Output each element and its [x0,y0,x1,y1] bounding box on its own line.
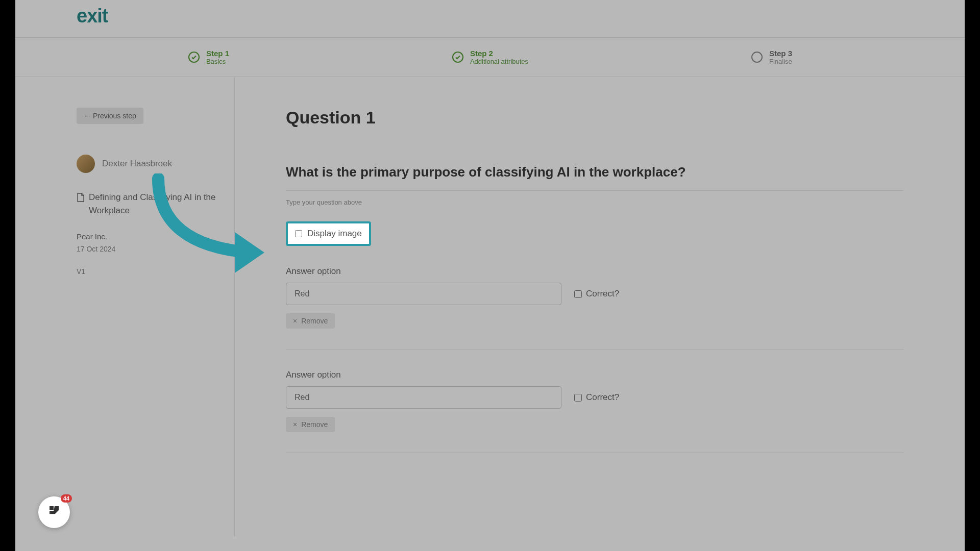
sidebar: ← Previous step Dexter Haasbroek Definin… [77,77,235,536]
close-icon: × [293,317,297,325]
answer-label: Answer option [286,266,903,277]
check-circle-icon [452,51,464,63]
display-image-toggle[interactable]: Display image [286,221,371,246]
doc-title-row: Defining and Classifying AI in the Workp… [77,191,234,217]
svg-point-2 [752,52,762,62]
display-image-label: Display image [307,229,362,239]
content: ← Previous step Dexter Haasbroek Definin… [15,77,965,536]
logo: exit [77,5,903,27]
step-sub: Finalise [769,58,792,65]
answer-input[interactable] [286,386,561,409]
correct-toggle[interactable]: Correct? [574,392,619,403]
step-1[interactable]: Step 1 Basics [188,49,229,65]
main: Question 1 What is the primary purpose o… [235,77,903,536]
display-image-checkbox[interactable] [295,230,302,237]
stepper: Step 1 Basics Step 2 Additional attribut… [15,37,965,77]
answer-block-1: Answer option Correct? × Remove [286,266,903,349]
step-title: Step 2 [470,49,528,58]
date: 17 Oct 2024 [77,245,234,253]
check-circle-icon [188,51,200,63]
question-text[interactable]: What is the primary purpose of classifyi… [286,163,903,191]
step-title: Step 1 [206,49,229,58]
circle-icon [751,51,763,63]
remove-button[interactable]: × Remove [286,417,335,432]
remove-label: Remove [301,317,328,325]
author-row: Dexter Haasbroek [77,155,234,173]
black-bar-right [965,0,980,551]
correct-label: Correct? [586,392,619,403]
step-3[interactable]: Step 3 Finalise [751,49,792,65]
correct-checkbox[interactable] [574,290,582,298]
correct-label: Correct? [586,289,619,299]
page: exit Step 1 Basics Step 2 Additional att… [0,0,980,551]
avatar [77,155,95,173]
doc-info: Defining and Classifying AI in the Workp… [77,191,234,276]
remove-label: Remove [301,420,328,429]
step-sub: Additional attributes [470,58,528,65]
step-2[interactable]: Step 2 Additional attributes [452,49,528,65]
previous-step-button[interactable]: ← Previous step [77,108,143,124]
version: V1 [77,267,234,276]
answer-row: Correct? [286,283,903,305]
answer-input[interactable] [286,283,561,305]
remove-button[interactable]: × Remove [286,313,335,329]
answer-row: Correct? [286,386,903,409]
answer-label: Answer option [286,370,903,380]
question-heading: Question 1 [286,108,903,128]
document-icon [77,193,85,206]
black-bar-left [0,0,15,551]
doc-title-text: Defining and Classifying AI in the Workp… [89,191,234,217]
header: exit [15,0,965,37]
step-sub: Basics [206,58,229,65]
widget-logo-icon [46,503,62,522]
correct-checkbox[interactable] [574,394,582,402]
step-title: Step 3 [769,49,792,58]
correct-toggle[interactable]: Correct? [574,289,619,299]
widget-badge: 44 [61,494,72,503]
question-hint: Type your question above [286,198,903,206]
answer-block-2: Answer option Correct? × Remove [286,370,903,453]
close-icon: × [293,420,297,429]
company: Pear Inc. [77,232,234,241]
help-widget[interactable]: 44 [38,496,70,528]
author-name: Dexter Haasbroek [102,159,172,169]
